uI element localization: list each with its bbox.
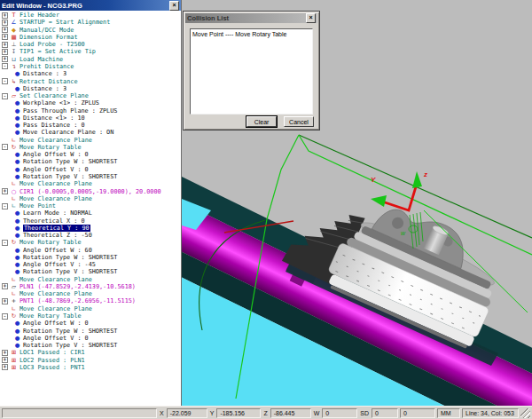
tree-row[interactable]: ●Distance : 3 xyxy=(0,85,180,92)
tree-row[interactable]: ●Theoretical Y : 90 xyxy=(0,225,180,232)
expand-icon[interactable]: + xyxy=(2,350,8,356)
plane-icon: ▱ xyxy=(10,283,18,290)
tree-row[interactable]: +⊔Load Machine xyxy=(0,56,180,63)
tree-row[interactable]: -↳Retract Distance xyxy=(0,77,180,84)
tree-row[interactable]: ∟Move Clearance Plane xyxy=(0,195,180,202)
tree-row[interactable]: ●Pass Through Plane : ZPLUS xyxy=(0,107,180,114)
tree-row[interactable]: ●Rotation Type W : SHORTEST xyxy=(0,327,180,334)
clear-button[interactable]: Clear xyxy=(246,116,277,127)
tree-row[interactable]: ●Rotation Type V : SHORTEST xyxy=(0,268,180,275)
tree-row[interactable]: ●Pass Distance : 0 xyxy=(0,122,180,129)
collision-dialog-title: Collision List xyxy=(187,14,229,22)
tree-row[interactable]: -↻Move Rotary Table xyxy=(0,239,180,246)
expand-icon[interactable]: + xyxy=(2,283,8,289)
tree-row[interactable]: ●Angle Offset W : 0 xyxy=(0,320,180,327)
tree-row[interactable]: ●Angle Offset V : 0 xyxy=(0,335,180,342)
expand-icon[interactable]: + xyxy=(2,188,8,194)
edit-window-titlebar[interactable]: Edit Window - NCG3.PRG × xyxy=(0,0,181,11)
collapse-icon[interactable]: - xyxy=(2,63,8,69)
tree-row[interactable]: +○CIR1 (-0.0005,0.0005,-19.0000), 20.000… xyxy=(0,187,180,194)
resize-grip[interactable] xyxy=(520,408,530,418)
collapse-icon[interactable]: - xyxy=(2,93,8,99)
tree-row[interactable]: +⊞LOC1 Passed : CIR1 xyxy=(0,349,180,356)
y-coordinate-value: -185.156 xyxy=(216,408,261,418)
tree-row-label: Move Rotary Table xyxy=(20,144,82,151)
tree-row[interactable]: ∟Move Clearance Plane xyxy=(0,290,180,297)
tree-row[interactable]: ++PNT1 (-48.7869,-2.6956,-11.5115) xyxy=(0,297,180,304)
tree-row[interactable]: +⊞LOC3 Passed : PNT1 xyxy=(0,364,180,371)
expand-icon[interactable]: + xyxy=(2,56,8,62)
expand-icon[interactable]: + xyxy=(2,42,8,48)
collapse-icon[interactable]: - xyxy=(2,78,8,84)
close-icon[interactable]: × xyxy=(306,13,316,23)
collapse-icon[interactable]: - xyxy=(2,203,8,210)
y-coordinate-label: Y xyxy=(209,410,215,416)
tree-row[interactable]: ●Theoretical Z : -50 xyxy=(0,232,180,239)
collision-dialog-titlebar[interactable]: Collision List × xyxy=(185,13,317,23)
tree-row[interactable]: ●Angle Offset V : 0 xyxy=(0,166,180,173)
collision-list[interactable]: Move Point ---- Move Rotary Table xyxy=(190,28,313,115)
tree-row[interactable]: ●Angle Offset W : 60 xyxy=(0,247,180,254)
tree-row[interactable]: ∟Move Clearance Plane xyxy=(0,305,180,312)
tree-row[interactable]: ●Workplane <1> : ZPLUS xyxy=(0,99,180,107)
tree-row[interactable]: -∟Move Point xyxy=(0,202,180,210)
collision-list-item[interactable]: Move Point ---- Move Rotary Table xyxy=(192,30,310,38)
tree-row[interactable]: +▦Dimension Format xyxy=(0,34,180,41)
expand-icon[interactable]: + xyxy=(2,49,8,55)
tree-row[interactable]: +◆Manual/DCC Mode xyxy=(0,27,180,34)
tree-row[interactable]: -▱Set Clearance Plane xyxy=(0,92,180,99)
tree-row[interactable]: +▱PLN1 (-47.8529,-2.4139,-10.5618) xyxy=(0,283,180,290)
tree-indent xyxy=(0,117,13,118)
tree-row[interactable]: ●Theoretical X : 0 xyxy=(0,217,180,224)
tree-row[interactable]: +∠STARTUP = Start Alignment xyxy=(0,19,180,26)
expand-icon[interactable]: + xyxy=(2,12,8,19)
rotary-icon: ↻ xyxy=(10,239,18,246)
collapse-icon[interactable]: - xyxy=(2,144,8,150)
edit-window: Edit Window - NCG3.PRG × +TFile Header+∠… xyxy=(0,0,182,406)
loc-icon: ⊞ xyxy=(10,349,18,356)
tree-row[interactable]: ●Rotation Type V : SHORTEST xyxy=(0,342,180,349)
tree-row[interactable]: ●Rotation Type W : SHORTEST xyxy=(0,254,180,261)
tree-row[interactable]: ∟Move Clearance Plane xyxy=(0,180,180,187)
graphics-viewport[interactable]: z Y w Collision List × Move Point ---- M… xyxy=(182,0,532,406)
expand-icon[interactable]: + xyxy=(2,20,8,26)
tree-row[interactable]: -↻Move Rotary Table xyxy=(0,312,180,320)
tree-row[interactable]: ●Rotation Type V : SHORTEST xyxy=(0,173,180,180)
tree-row[interactable]: ∟Move Clearance Plane xyxy=(0,276,180,283)
tree-row[interactable]: ●Learn Mode : NORMAL xyxy=(0,210,180,217)
collapse-icon[interactable]: - xyxy=(2,240,8,246)
tree-row[interactable]: +TFile Header xyxy=(0,12,180,19)
expand-icon[interactable]: + xyxy=(2,34,8,40)
tree-spacer xyxy=(2,181,8,187)
tree-indent xyxy=(0,154,13,155)
tree-row[interactable]: ●Angle Offset W : 0 xyxy=(0,151,180,158)
tree-row[interactable]: -↴Prehit Distance xyxy=(0,63,180,70)
expand-icon[interactable]: + xyxy=(2,364,8,370)
param-bullet: ● xyxy=(13,328,21,335)
tree-row-label: Move Clearance Plane xyxy=(20,305,92,312)
edit-tree[interactable]: +TFile Header+∠STARTUP = Start Alignment… xyxy=(0,12,180,406)
tree-row-label: Move Rotary Table xyxy=(20,239,82,246)
tree-row-label: Theoretical Z : -50 xyxy=(23,232,92,239)
tree-row[interactable]: ●Angle Offset V : -45 xyxy=(0,261,180,268)
expand-icon[interactable]: + xyxy=(2,27,8,33)
units-cell: MM xyxy=(437,408,460,418)
tree-row[interactable]: ∟Move Clearance Plane xyxy=(0,137,180,144)
expand-icon[interactable]: + xyxy=(2,357,8,363)
tree-row[interactable]: +↧TIP1 = Set Active Tip xyxy=(0,48,180,55)
close-icon[interactable]: × xyxy=(169,1,179,11)
tree-row-label: Move Clearance Plane xyxy=(20,137,92,144)
tree-row[interactable]: +⊞LOC2 Passed : PLN1 xyxy=(0,356,180,363)
collapse-icon[interactable]: - xyxy=(2,313,8,320)
tree-row[interactable]: +⊥Load Probe - T2500 xyxy=(0,41,180,48)
tree-row[interactable]: ●Distance : 3 xyxy=(0,70,180,77)
expand-icon[interactable]: + xyxy=(2,298,8,304)
tree-row[interactable]: -↻Move Rotary Table xyxy=(0,144,180,151)
cancel-button[interactable]: Cancel xyxy=(284,116,314,127)
tree-row-label: File Header xyxy=(20,12,59,19)
tree-row[interactable]: ●Rotation Type W : SHORTEST xyxy=(0,158,180,165)
tree-row-label: Distance : 3 xyxy=(23,85,66,92)
tree-row[interactable]: ●Move Clearance Plane : ON xyxy=(0,129,180,136)
tree-row-label: Move Clearance Plane xyxy=(20,290,92,297)
tree-row[interactable]: ●Distance <1> : 10 xyxy=(0,115,180,122)
